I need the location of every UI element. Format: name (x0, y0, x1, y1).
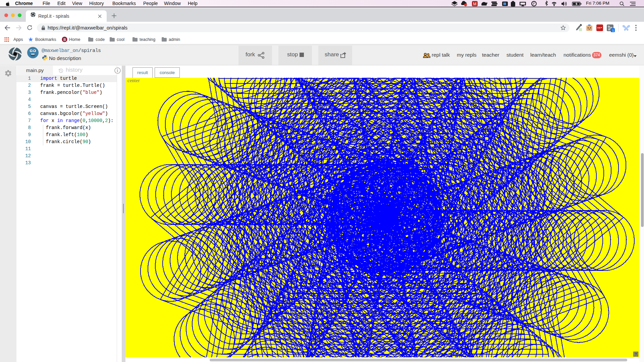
svg-text:1: 1 (612, 29, 614, 32)
svg-text:B: B (63, 38, 66, 42)
svg-text:M: M (473, 2, 477, 6)
